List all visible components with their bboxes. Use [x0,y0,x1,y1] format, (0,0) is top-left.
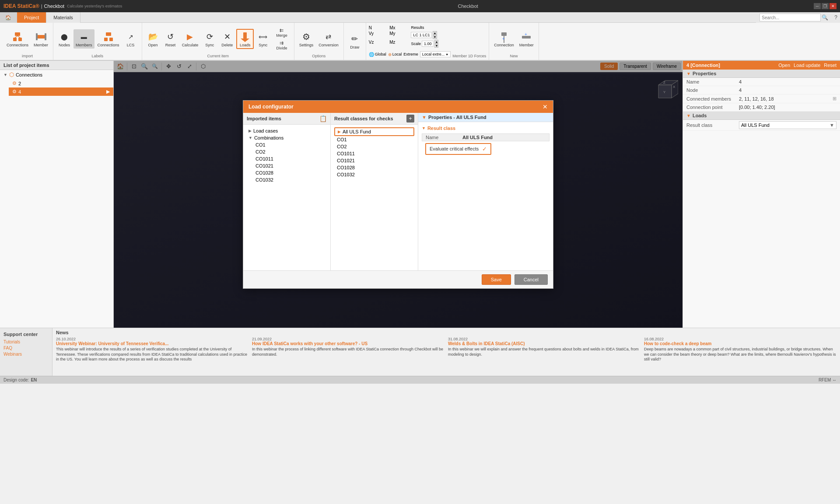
prop-reset-button[interactable]: Reset [824,63,836,68]
conversion-button[interactable]: ⇄ Conversion [316,29,341,49]
faq-link[interactable]: FAQ [4,346,49,350]
minimize-button[interactable]: ─ [814,3,821,9]
local-icon: ⊕ [388,52,392,57]
labels-members-button[interactable]: ▬ Members [74,29,94,49]
local-toggle[interactable]: ⊕ Local [388,52,402,57]
webinars-link[interactable]: Webinars [4,352,49,357]
merge-button[interactable]: ⇇ Merge [274,27,290,38]
modal-rc-co2[interactable]: CO2 [334,143,414,150]
search-icon[interactable]: 🔍 [822,14,828,21]
help-button[interactable]: ? [832,12,840,23]
prop-loads-collapse: ▼ [686,113,691,118]
global-toggle[interactable]: 🌐 Global [369,52,386,57]
delete-icon: ✕ [221,31,233,43]
modal-tree-co1021[interactable]: CO1021 [254,162,327,169]
sync-button[interactable]: ⟳ Sync [201,29,218,49]
tab-project[interactable]: Project [17,12,46,23]
modal-save-button[interactable]: Save [482,274,511,285]
news-link-2[interactable]: Welds & Bolts in IDEA StatiCa (AISC) [448,341,640,346]
sidebar-item-conn4[interactable]: ⚙ 4 ▶ [9,88,113,96]
extreme-dropdown[interactable]: Local extre... ▼ [420,51,451,57]
search-bar: 🔍 [756,12,832,23]
result-classes-add-button[interactable]: + [406,115,414,122]
settings-button[interactable]: ⚙ Settings [297,29,316,49]
calculate-button[interactable]: ▶ Calculate [180,29,201,49]
loads-button[interactable]: Loads [236,29,254,49]
results-value[interactable]: LC 1 LC1 [411,32,432,38]
scale-up-arrow[interactable]: ▲ [434,40,438,44]
conn4-chevron: ▶ [106,89,110,94]
prop-open-button[interactable]: Open [778,63,790,68]
member-forces-label: Member 1D Forces [452,53,486,58]
imported-items-content: ▶ Load cases ▼ Combinations CO1 [243,125,330,270]
modal-tree-combinations[interactable]: ▼ Combinations [247,134,327,141]
results-down-arrow[interactable]: ▼ [433,35,437,39]
force-mx-label: Mx [389,25,407,30]
delete-button[interactable]: ✕ Delete [219,29,235,49]
close-button[interactable]: ✕ [830,3,836,9]
import-member-button[interactable]: Member [32,29,50,49]
modal-tree-co1[interactable]: CO1 [254,141,327,148]
co1028-label: CO1028 [256,170,273,175]
tab-home[interactable]: 🏠 [0,12,17,23]
draw-button[interactable]: ✏ Draw [346,32,363,51]
options-group-label: Options [312,53,326,58]
labels-connections-button[interactable]: Connections [95,29,122,49]
scale-value[interactable]: 1.00 [422,41,434,47]
prop-section-properties[interactable]: ▼ Properties [683,70,840,78]
prop-result-class-select[interactable]: All ULS Fund ▼ [739,121,836,129]
sidebar-tree-connections[interactable]: ▼ ⬡ Connections [0,70,113,79]
tutorials-link[interactable]: Tutorials [4,340,49,344]
divide-label: Divide [276,46,287,50]
sync2-button[interactable]: ⟺ Sync [255,29,271,49]
modal-tree-co1032[interactable]: CO1032 [254,176,327,183]
ribbon: Connections Member import ⬤ Nodes ▬ [0,23,840,60]
modal-tree-load-cases[interactable]: ▶ Load cases [247,127,327,134]
reset-button[interactable]: ↺ Reset [162,29,179,49]
new-connection-button[interactable]: + Connection [492,29,516,49]
modal-rc-co1021[interactable]: CO1021 [334,157,414,164]
new-member-button[interactable]: + Member [517,29,536,49]
modal-rc-co1028[interactable]: CO1028 [334,164,414,171]
modal-close-button[interactable]: ✕ [542,103,548,110]
prop-load-update-button[interactable]: Load update [794,63,820,68]
news-item-3: 16.08.2022 How to code-check a deep beam… [644,337,836,362]
modal-cancel-button[interactable]: Cancel [514,274,548,285]
divide-icon: ⇉ [280,40,284,46]
tab-materials[interactable]: Materials [46,12,80,23]
new-buttons: + Connection + Member [492,24,536,53]
modal-tree-co2[interactable]: CO2 [254,148,327,155]
prop-row-name: Name 4 [683,78,840,86]
connections-label-icon [102,31,115,43]
modal-tree-co1011[interactable]: CO1011 [254,155,327,162]
labels-nodes-button[interactable]: ⬤ Nodes [56,29,73,49]
window-controls: ─ ❐ ✕ [814,3,836,9]
results-up-arrow[interactable]: ▲ [433,31,437,35]
prop-section-loads[interactable]: ▼ Loads [683,112,840,120]
news-link-1[interactable]: How IDEA StatiCa works with your other s… [252,341,444,346]
imported-items-add-button[interactable]: 📋 [319,115,327,122]
loads-label: Loads [240,43,251,47]
result-class-section-label: Result class [427,126,455,131]
local-label: Local [392,52,402,56]
restore-button[interactable]: ❐ [822,3,829,9]
modal-tree-co1028[interactable]: CO1028 [254,169,327,176]
window-title: Checkbot [122,4,814,9]
support-center-title: Support center [4,332,49,337]
news-link-3[interactable]: How to code-check a deep beam [644,341,836,346]
modal-rc-co1[interactable]: CO1 [334,136,414,143]
search-input[interactable] [760,14,821,21]
modal-rc-all-uls-fund[interactable]: ▶ All ULS Fund [334,127,414,136]
prop-expand-icon[interactable]: ⊞ [830,96,836,102]
divide-button[interactable]: ⇉ Divide [274,39,289,51]
props-name-row: Name All ULS Fund [422,133,550,141]
calculate-label: Calculate [182,43,199,47]
sidebar-item-conn2[interactable]: ⚙ 2 [9,79,113,88]
scale-down-arrow[interactable]: ▼ [434,44,438,48]
import-connections-button[interactable]: Connections [4,29,31,49]
modal-rc-co1011[interactable]: CO1011 [334,150,414,157]
news-link-0[interactable]: University Webinar: University of Tennes… [56,341,248,346]
labels-lcs-button[interactable]: ↗ LCS [122,29,139,49]
modal-rc-co1032[interactable]: CO1032 [334,171,414,178]
open-button[interactable]: 📂 Open [145,29,161,49]
